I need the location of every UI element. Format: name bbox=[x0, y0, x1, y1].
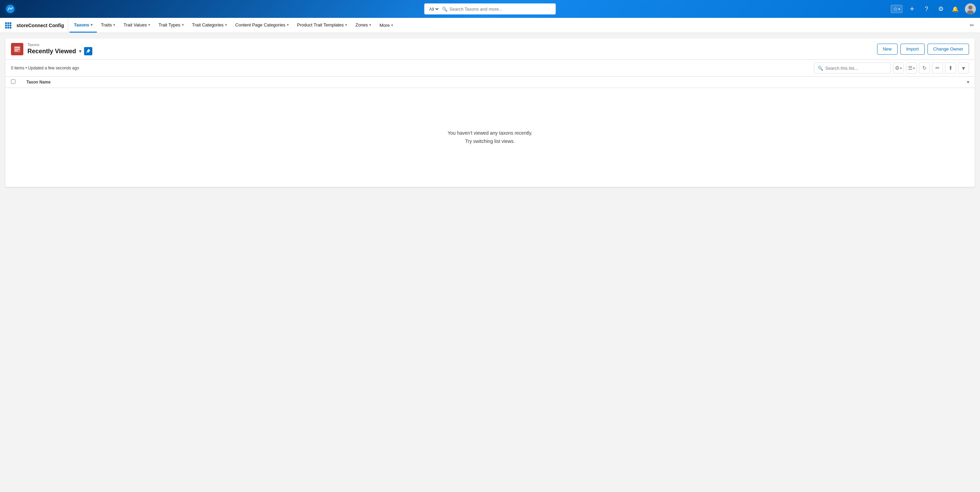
svg-rect-5 bbox=[8, 22, 9, 24]
empty-state-cell: You haven't viewed any taxons recently. … bbox=[5, 88, 975, 187]
search-scope-select[interactable]: All bbox=[428, 6, 440, 12]
list-search-icon: 🔍 bbox=[818, 65, 823, 71]
view-name-chevron-icon[interactable]: ▾ bbox=[79, 48, 81, 54]
empty-state-line2: Try switching list views. bbox=[12, 137, 968, 146]
table-icon: ☰ bbox=[908, 65, 912, 71]
nav-item-content-page-categories[interactable]: Content Page Categories ▾ bbox=[231, 18, 293, 33]
upload-icon: ⬆ bbox=[948, 65, 953, 71]
nav-item-traits[interactable]: Traits ▾ bbox=[97, 18, 119, 33]
nav-more-button[interactable]: More ▾ bbox=[375, 18, 397, 33]
list-view-title-row: Recently Viewed ▾ bbox=[27, 47, 92, 55]
settings-button[interactable]: ⚙ bbox=[936, 4, 946, 14]
global-search-bar: All 🔍 bbox=[425, 3, 556, 14]
view-name: Recently Viewed bbox=[27, 48, 76, 55]
list-table: Taxon Name ▾ You haven't viewed any taxo… bbox=[5, 77, 975, 187]
select-all-column bbox=[5, 77, 21, 88]
select-all-checkbox[interactable] bbox=[11, 79, 16, 84]
filter-button[interactable]: ▼ bbox=[958, 62, 969, 73]
nav-item-zones[interactable]: Zones ▾ bbox=[352, 18, 375, 33]
taxons-nav-chevron: ▾ bbox=[91, 23, 93, 27]
topbar-actions: ☆ ▾ + ? ⚙ 🔔 bbox=[891, 3, 976, 14]
nav-item-product-trait-templates[interactable]: Product Trait Templates ▾ bbox=[293, 18, 352, 33]
nav-item-trait-categories[interactable]: Trait Categories ▾ bbox=[188, 18, 231, 33]
filter-icon: ▼ bbox=[961, 65, 966, 71]
svg-rect-11 bbox=[8, 27, 9, 29]
list-toolbar: 0 items • Updated a few seconds ago 🔍 ⚙ … bbox=[5, 60, 975, 77]
settings-chevron-icon: ▾ bbox=[900, 66, 902, 70]
help-button[interactable]: ? bbox=[922, 4, 931, 14]
app-launcher-icon[interactable] bbox=[3, 18, 14, 33]
svg-rect-9 bbox=[10, 24, 11, 26]
taxon-name-column-header: Taxon Name ▾ bbox=[21, 77, 975, 88]
trait-values-nav-chevron: ▾ bbox=[148, 23, 150, 27]
nav-item-taxons[interactable]: Taxons ▾ bbox=[70, 18, 97, 33]
gear-icon: ⚙ bbox=[895, 65, 899, 71]
star-icon: ☆ bbox=[893, 6, 898, 12]
change-owner-button[interactable]: Change Owner bbox=[928, 44, 969, 54]
object-icon bbox=[11, 43, 23, 55]
add-button[interactable]: + bbox=[907, 4, 917, 14]
list-header-actions: New Import Change Owner bbox=[877, 44, 969, 54]
zones-nav-chevron: ▾ bbox=[369, 23, 371, 27]
svg-rect-6 bbox=[10, 22, 11, 24]
refresh-button[interactable]: ↻ bbox=[919, 62, 930, 73]
import-button[interactable]: Import bbox=[900, 44, 925, 54]
app-logo[interactable] bbox=[4, 3, 16, 15]
list-search-input[interactable] bbox=[825, 65, 887, 71]
column-sort-icon[interactable]: ▾ bbox=[967, 80, 969, 85]
global-search-input[interactable] bbox=[450, 6, 552, 12]
trait-categories-nav-chevron: ▾ bbox=[225, 23, 227, 27]
nav-item-trait-types[interactable]: Trait Types ▾ bbox=[154, 18, 188, 33]
upload-button[interactable]: ⬆ bbox=[945, 62, 956, 73]
nav-edit-icon[interactable]: ✏ bbox=[966, 18, 977, 33]
topbar: All 🔍 ☆ ▾ + ? ⚙ 🔔 bbox=[0, 0, 980, 18]
list-settings-button[interactable]: ⚙ ▾ bbox=[893, 62, 904, 73]
content-page-categories-nav-chevron: ▾ bbox=[287, 23, 289, 27]
list-view-card: Taxons Recently Viewed ▾ New Import Chan… bbox=[5, 38, 975, 187]
display-chevron-icon: ▾ bbox=[913, 66, 915, 70]
traits-nav-chevron: ▾ bbox=[113, 23, 115, 27]
empty-state: You haven't viewed any taxons recently. … bbox=[5, 88, 975, 187]
product-trait-templates-nav-chevron: ▾ bbox=[345, 23, 347, 27]
svg-line-14 bbox=[86, 52, 88, 53]
nav-item-trait-values[interactable]: Trait Values ▾ bbox=[119, 18, 154, 33]
list-header: Taxons Recently Viewed ▾ New Import Chan… bbox=[5, 38, 975, 60]
list-search-bar: 🔍 bbox=[814, 62, 891, 73]
app-name[interactable]: storeConnect Config bbox=[15, 18, 68, 33]
list-header-text: Taxons Recently Viewed ▾ bbox=[27, 43, 92, 55]
svg-rect-10 bbox=[5, 27, 7, 29]
list-count: 0 items • Updated a few seconds ago bbox=[11, 65, 79, 70]
trait-types-nav-chevron: ▾ bbox=[182, 23, 184, 27]
notifications-button[interactable]: 🔔 bbox=[950, 4, 960, 14]
more-nav-chevron: ▾ bbox=[391, 23, 393, 27]
list-display-button[interactable]: ☰ ▾ bbox=[906, 62, 917, 73]
list-toolbar-right: 🔍 ⚙ ▾ ☰ ▾ ↻ ✏ ⬆ bbox=[814, 62, 969, 73]
svg-rect-4 bbox=[5, 22, 7, 24]
new-button[interactable]: New bbox=[877, 44, 898, 54]
refresh-icon: ↻ bbox=[922, 65, 927, 71]
search-icon: 🔍 bbox=[442, 6, 447, 12]
navbar: storeConnect Config Taxons ▾ Traits ▾ Tr… bbox=[0, 18, 980, 33]
pin-button[interactable] bbox=[84, 47, 92, 55]
user-avatar[interactable] bbox=[965, 3, 976, 14]
empty-state-line1: You haven't viewed any taxons recently. bbox=[12, 129, 968, 137]
svg-point-2 bbox=[968, 5, 972, 10]
edit-icon: ✏ bbox=[935, 65, 940, 71]
page-content: Taxons Recently Viewed ▾ New Import Chan… bbox=[0, 33, 980, 492]
object-label: Taxons bbox=[27, 43, 92, 47]
svg-rect-7 bbox=[5, 24, 7, 26]
star-chevron-icon: ▾ bbox=[898, 7, 900, 11]
favorites-button[interactable]: ☆ ▾ bbox=[891, 5, 902, 13]
svg-rect-12 bbox=[10, 27, 11, 29]
edit-columns-button[interactable]: ✏ bbox=[932, 62, 943, 73]
svg-rect-8 bbox=[8, 24, 9, 26]
